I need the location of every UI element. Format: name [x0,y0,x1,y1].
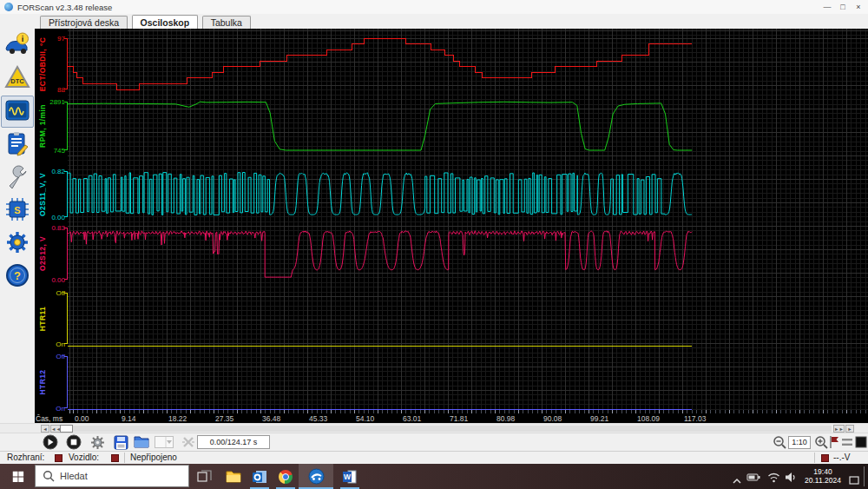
connection-status: Nepřipojeno [130,453,177,462]
battery-icon[interactable] [746,471,760,486]
sidebar-dtc-button[interactable]: DTC [1,63,34,95]
titlebar: FORScan v2.3.48 release — □ × [0,0,868,15]
scrollbar-thumb[interactable] [60,425,73,433]
task-view-icon [197,470,212,484]
vehicle-label: Vozidlo: [69,453,99,462]
forscan-window: FORScan v2.3.48 release — □ × Přístrojov… [0,0,868,489]
show-desktop-button[interactable] [864,466,865,486]
channel-max-htr12: Off [42,353,65,360]
word-icon: W [342,469,358,485]
sidebar-settings-button[interactable] [1,228,34,260]
channel-max-o2s11: 0.82 [42,168,65,175]
folder-icon [226,470,241,484]
channel-label-rpm: RPM, 1/min [38,104,47,148]
stop-button[interactable] [63,433,84,451]
taskbar-search-input[interactable]: Hledat [35,465,189,487]
play-button[interactable] [40,433,61,451]
tray-chevron-icon[interactable] [732,472,742,488]
discard-button[interactable] [178,433,199,451]
wifi-icon[interactable] [767,471,780,486]
windows-logo-icon [11,470,24,483]
marker-button[interactable] [827,433,840,451]
channel-min-htr12: On [42,405,65,413]
stop-icon [66,434,82,450]
time-tick-9: 80.98 [496,414,515,423]
channel-max-o2s12: 0.83 [42,224,65,232]
time-tick-strip [68,410,868,413]
svg-text:W: W [344,472,352,481]
oscilloscope-chart[interactable]: ECT/OBDII, °C9788RPM, 1/min2891745O2S11_… [35,29,868,423]
outlook-button[interactable] [247,464,273,489]
windows-taskbar: Hledat W 19:40 [0,464,868,489]
scroll-right-icon[interactable]: ► [845,425,854,433]
sidebar-tests-button[interactable] [1,129,34,161]
time-tick-12: 108.09 [637,414,660,423]
word-button[interactable]: W [337,464,363,489]
speaker-icon[interactable] [785,471,797,486]
action-center-icon[interactable] [849,472,859,488]
start-button[interactable] [0,464,35,489]
task-view-button[interactable] [191,464,217,489]
chrome-button[interactable] [273,464,299,489]
time-tick-0: 0.00 [75,414,89,423]
zoom-out-button[interactable] [769,433,790,451]
svg-text:S: S [14,204,20,215]
file-explorer-button[interactable] [220,464,247,489]
channel-min-ect: 88 [42,86,65,94]
scope-settings-button[interactable] [87,433,108,451]
clipboard-tests-icon [4,130,30,160]
scrollbar-track[interactable] [73,426,832,432]
chrome-icon [279,470,293,484]
levels-button[interactable] [840,433,853,451]
channel-min-rpm: 745 [42,147,65,155]
sidebar-service-button[interactable] [1,162,34,194]
load-button[interactable] [131,433,152,451]
channel-min-htr11: On [42,340,65,348]
tray-clock[interactable]: 19:40 20.11.2024 [800,467,845,485]
sidebar-help-button[interactable]: ? [1,261,34,293]
channel-label-o2s12: O2S12, V [38,236,47,271]
time-tick-2: 18.22 [168,414,187,423]
channel-label-o2s11: O2S11_V, V [38,172,47,215]
svg-text:?: ? [14,269,21,282]
tab-tabulka[interactable]: Tabulka [202,16,251,30]
sidebar-vehicle-info-button[interactable]: i [1,30,34,62]
sidebar-configuration-button[interactable]: S [1,195,34,227]
channel-min-o2s12: 0.00 [42,276,65,284]
scroll-left-icon[interactable]: ◄ [41,425,49,433]
maximize-button[interactable]: □ [835,0,851,14]
close-button[interactable]: × [851,0,866,14]
open-folder-icon [134,435,149,449]
time-tick-4: 36.48 [262,414,280,423]
channel-max-rpm: 2891 [42,98,65,106]
save-button[interactable] [110,433,131,451]
battery-voltage: --.-V [833,453,850,462]
time-tick-11: 99.21 [590,414,608,423]
sidebar-oscilloscope-button[interactable] [1,96,34,128]
status-divider [124,453,125,463]
forscan-taskbar-button[interactable] [299,464,333,489]
sidebar: i DTC [0,29,35,423]
wrench-icon [4,163,30,193]
minimize-button[interactable]: — [819,0,835,14]
tab-osciloskop[interactable]: Osciloskop [132,15,199,30]
time-tick-1: 9.14 [122,414,136,423]
gear-icon [90,435,105,450]
speed-select[interactable] [154,433,174,451]
tab-pristrojova-deska[interactable]: Přístrojová deska [40,16,128,30]
app-icon [4,3,13,11]
playback-position-field[interactable]: 0.00/124.17 s [197,435,270,449]
time-axis-label: Čas, ms [36,414,62,423]
zoom-ratio-value: 1:10 [788,436,811,449]
car-info-icon: i [4,31,30,61]
discard-x-icon [181,435,195,449]
channel-max-ect: 97 [42,35,65,43]
svg-text:i: i [22,35,24,43]
interface-status-led [55,454,62,462]
help-wheel-icon: ? [4,262,30,292]
background-color-button[interactable] [854,433,867,451]
dtc-warning-icon: DTC [4,64,30,94]
outlook-icon [252,469,267,485]
scroll-right-fast-icon[interactable]: ►► [833,425,845,433]
clock-date: 20.11.2024 [800,476,845,485]
